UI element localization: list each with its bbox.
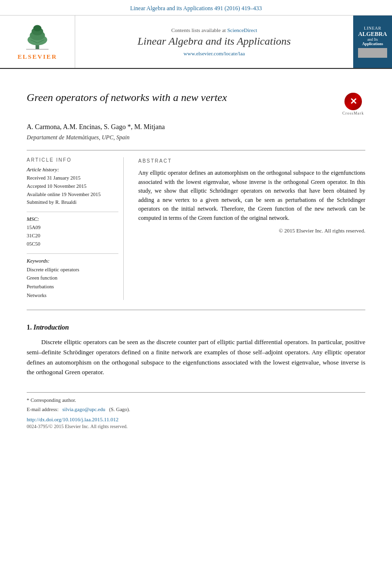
section-title: Introduction [33, 324, 69, 331]
logo-right-decoration [358, 48, 387, 58]
page: Linear Algebra and its Applications 491 … [0, 0, 392, 564]
keywords-label: Keywords: [27, 258, 118, 264]
keywords-list: Discrete elliptic operators Green functi… [27, 265, 118, 300]
crossmark-badge[interactable]: ✕ CrossMark [341, 93, 365, 116]
available-date: Available online 19 November 2015 [27, 191, 118, 199]
abstract-copyright: © 2015 Elsevier Inc. All rights reserved… [138, 227, 365, 235]
corresponding-label: * Corresponding author. [27, 398, 76, 403]
contents-line: Contents lists available at ScienceDirec… [171, 27, 257, 33]
introduction-heading: 1. Introduction [27, 324, 365, 332]
journal-center-info: Contents lists available at ScienceDirec… [75, 16, 353, 68]
paper-title: Green operators of networks with a new v… [27, 91, 334, 105]
msc-code-1: 15A09 [27, 224, 118, 232]
divider-authors [27, 150, 365, 150]
divider-abstract [27, 310, 365, 310]
authors: A. Carmona, A.M. Encinas, S. Gago *, M. … [27, 123, 365, 131]
msc-codes: 15A09 31C20 05C50 [27, 224, 118, 248]
email-suffix: (S. Gago). [109, 407, 130, 412]
crossmark-icon: ✕ [350, 96, 357, 107]
article-history-items: Received 31 January 2015 Accepted 10 Nov… [27, 174, 118, 207]
logo-right-algebra: ALGEBRA [358, 31, 387, 37]
email-address[interactable]: silvia.gago@upc.edu [62, 407, 105, 412]
citation-text: Linear Algebra and its Applications 491 … [130, 5, 262, 12]
keyword-1: Discrete elliptic operators [27, 265, 118, 274]
doi-link[interactable]: http://dx.doi.org/10.1016/j.laa.2015.11.… [27, 416, 365, 422]
journal-url[interactable]: www.elsevier.com/locate/laa [183, 50, 245, 56]
footnote-area: * Corresponding author. E-mail address: … [27, 392, 365, 429]
email-line: E-mail address: silvia.gago@upc.edu (S. … [27, 406, 365, 414]
logo-right-applications: Applications [362, 42, 383, 46]
introduction-paragraph: Discrete elliptic operators can be seen … [27, 337, 365, 378]
elsevier-tree-icon [18, 23, 57, 52]
keyword-4: Networks [27, 291, 118, 300]
affiliation: Departament de Matemàtiques, UPC, Spain [27, 134, 365, 141]
crossmark-circle: ✕ [344, 93, 362, 110]
paper-title-row: Green operators of networks with a new v… [27, 91, 365, 116]
article-history-label: Article history: [27, 166, 118, 172]
logo-right-and: and Its [367, 37, 378, 42]
abstract-column: ABSTRACT Any elliptic operator defines a… [138, 157, 365, 300]
keywords-section: Keywords: Discrete elliptic operators Gr… [27, 253, 118, 300]
corresponding-author-note: * Corresponding author. [27, 397, 365, 404]
elsevier-logo-container: ELSEVIER [0, 16, 75, 68]
journal-logo-right: LINEAR ALGEBRA and Its Applications [353, 16, 392, 68]
citation-bar: Linear Algebra and its Applications 491 … [0, 0, 392, 16]
submitted-by: Submitted by R. Brualdi [27, 199, 118, 207]
crossmark-label: CrossMark [343, 111, 364, 116]
email-label: E-mail address: [27, 407, 59, 412]
abstract-text: Any elliptic operator defines an automor… [138, 168, 365, 223]
article-info-header: ARTICLE INFO [27, 157, 118, 163]
contents-text: Contents lists available at [171, 27, 226, 33]
logo-right-linear: LINEAR [364, 26, 381, 31]
accepted-date: Accepted 10 November 2015 [27, 182, 118, 191]
msc-label: MSC: [27, 216, 118, 222]
elsevier-logo: ELSEVIER [17, 23, 57, 61]
elsevier-wordmark: ELSEVIER [17, 53, 57, 61]
svg-point-4 [33, 25, 42, 32]
keyword-2: Green function [27, 274, 118, 282]
received-date: Received 31 January 2015 [27, 174, 118, 182]
journal-header: ELSEVIER Contents lists available at Sci… [0, 16, 392, 69]
abstract-header: ABSTRACT [138, 157, 365, 165]
main-content: Green operators of networks with a new v… [0, 69, 392, 439]
section-number: 1. [27, 324, 32, 331]
msc-code-2: 31C20 [27, 232, 118, 240]
bottom-copyright: 0024-3795/© 2015 Elsevier Inc. All right… [27, 424, 365, 429]
msc-section: MSC: 15A09 31C20 05C50 [27, 212, 118, 248]
two-column-section: ARTICLE INFO Article history: Received 3… [27, 157, 365, 300]
journal-title: Linear Algebra and its Applications [138, 35, 291, 48]
keyword-3: Perturbations [27, 282, 118, 291]
msc-code-3: 05C50 [27, 240, 118, 249]
article-info-column: ARTICLE INFO Article history: Received 3… [27, 157, 124, 300]
sciencedirect-link[interactable]: ScienceDirect [227, 27, 257, 33]
